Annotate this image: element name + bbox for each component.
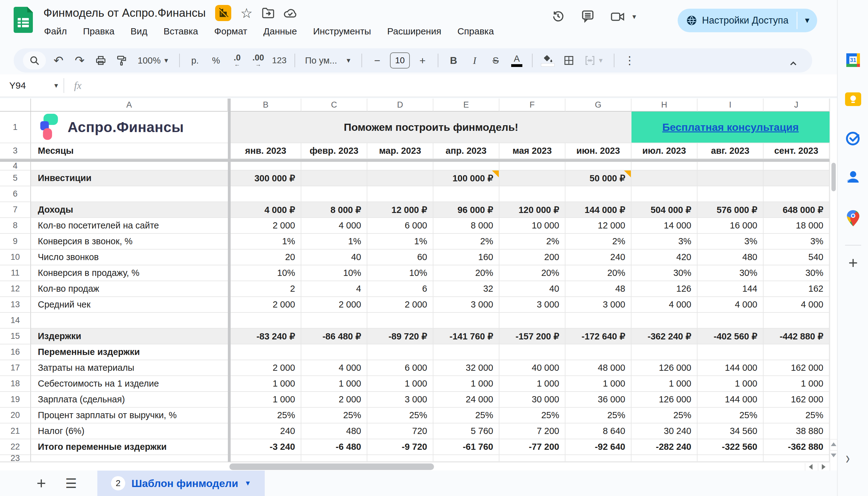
cell[interactable]: 126 000	[632, 360, 698, 376]
cell[interactable]: 2%	[565, 234, 632, 250]
cell[interactable]	[632, 344, 698, 360]
cell[interactable]: 2 000	[367, 297, 433, 313]
cell[interactable]: 96 000 ₽	[433, 202, 499, 218]
cell[interactable]: 2%	[499, 234, 565, 250]
scroll-left-button[interactable]	[805, 463, 816, 470]
cell[interactable]: 162 000	[763, 392, 830, 408]
cell[interactable]: 144	[698, 281, 763, 297]
scroll-up-button[interactable]	[830, 439, 837, 449]
cell[interactable]: 120 000 ₽	[499, 202, 565, 218]
cell[interactable]: 25%	[499, 408, 565, 423]
menu-edit[interactable]: Правка	[83, 26, 114, 36]
cell[interactable]: 1 000	[231, 376, 301, 392]
all-sheets-menu-icon[interactable]: ☰	[65, 476, 77, 491]
format-percent-button[interactable]: %	[208, 51, 224, 69]
cell[interactable]: 10 000	[499, 218, 565, 234]
cell[interactable]: 1 000	[499, 376, 565, 392]
menu-format[interactable]: Формат	[214, 26, 247, 36]
google-maps-icon[interactable]	[844, 210, 862, 227]
cell[interactable]: июн. 2023	[565, 143, 632, 159]
cell[interactable]	[632, 170, 698, 186]
cell[interactable]: 480	[698, 250, 763, 265]
row-header[interactable]: 9	[0, 234, 31, 250]
cell[interactable]: 30%	[632, 265, 698, 281]
cell[interactable]: 162 000	[763, 360, 830, 376]
row-header[interactable]: 5	[0, 170, 31, 186]
cell[interactable]: мар. 2023	[367, 143, 433, 159]
cell[interactable]	[632, 313, 698, 329]
cell[interactable]	[367, 170, 433, 186]
expand-side-panel-icon[interactable]: ›	[846, 448, 850, 468]
row-label-cell[interactable]: Число звонков	[31, 250, 228, 265]
cell[interactable]	[763, 344, 830, 360]
row-label-cell[interactable]: Себестоимость на 1 изделие	[31, 376, 228, 392]
cell[interactable]: 160	[433, 250, 499, 265]
menu-tools[interactable]: Инструменты	[313, 26, 371, 36]
horizontal-scrollbar-thumb[interactable]	[229, 463, 434, 470]
cell[interactable]	[367, 313, 433, 329]
scroll-right-button[interactable]	[818, 463, 829, 470]
cell[interactable]: 10%	[231, 265, 301, 281]
row-header[interactable]: 22	[0, 439, 31, 455]
cell[interactable]: 480	[301, 423, 367, 439]
cell[interactable]: 1%	[231, 234, 301, 250]
row-label-cell[interactable]: Процент зарплаты от выручки, %	[31, 408, 228, 423]
cell[interactable]: 2	[231, 281, 301, 297]
cell[interactable]	[301, 455, 367, 462]
cell[interactable]	[231, 344, 301, 360]
cta-cell[interactable]: Бесплатная консультация	[632, 112, 830, 143]
promo-cell[interactable]: Поможем построить финмодель!	[231, 112, 632, 143]
cell[interactable]: 32	[433, 281, 499, 297]
row-label-cell[interactable]	[31, 162, 228, 170]
cell[interactable]: -362 880	[763, 439, 830, 455]
row-label-cell[interactable]: Конверсия в продажу, %	[31, 265, 228, 281]
cell[interactable]: 36 000	[565, 392, 632, 408]
cell[interactable]: 25%	[698, 408, 763, 423]
cell[interactable]: 2 000	[231, 218, 301, 234]
column-header[interactable]: A	[31, 98, 228, 112]
cell[interactable]	[698, 162, 763, 170]
cell[interactable]	[565, 186, 632, 202]
cell[interactable]	[231, 313, 301, 329]
cell[interactable]: 25%	[632, 408, 698, 423]
google-tasks-icon[interactable]	[844, 129, 862, 147]
cell[interactable]: 50 000 ₽	[565, 170, 632, 186]
cell[interactable]	[367, 186, 433, 202]
column-header[interactable]: I	[698, 98, 763, 112]
cell[interactable]: сент. 2023	[763, 143, 830, 159]
cell[interactable]	[499, 186, 565, 202]
row-header[interactable]: 21	[0, 423, 31, 439]
row-header[interactable]: 15	[0, 329, 31, 344]
move-folder-icon[interactable]	[262, 8, 274, 18]
cell[interactable]	[367, 162, 433, 170]
row-header[interactable]: 16	[0, 344, 31, 360]
cell[interactable]: февр. 2023	[301, 143, 367, 159]
version-history-icon[interactable]	[551, 9, 565, 24]
cell[interactable]: 40 000	[499, 360, 565, 376]
column-header[interactable]: G	[565, 98, 632, 112]
cell[interactable]	[301, 170, 367, 186]
menu-file[interactable]: Файл	[44, 26, 67, 36]
cell[interactable]: 144 000	[698, 360, 763, 376]
cell[interactable]: 38 880	[763, 423, 830, 439]
cell[interactable]: апр. 2023	[433, 143, 499, 159]
cell[interactable]: 40	[301, 250, 367, 265]
cell[interactable]: 648 000 ₽	[763, 202, 830, 218]
cell[interactable]: 3%	[763, 234, 830, 250]
cell[interactable]: 1 000	[763, 376, 830, 392]
tab-caret[interactable]: ▼	[244, 479, 251, 487]
cell[interactable]: 7 200	[499, 423, 565, 439]
cell[interactable]: 14 000	[632, 218, 698, 234]
cell[interactable]	[301, 313, 367, 329]
cell[interactable]: 300 000 ₽	[231, 170, 301, 186]
cell[interactable]: -402 560 ₽	[698, 329, 763, 344]
star-icon[interactable]: ☆	[241, 5, 253, 21]
cell[interactable]: 25%	[433, 408, 499, 423]
cell[interactable]: 48 000	[565, 360, 632, 376]
cell[interactable]	[698, 313, 763, 329]
row-header[interactable]: 10	[0, 250, 31, 265]
cell[interactable]	[301, 344, 367, 360]
borders-button[interactable]	[560, 51, 577, 69]
cell[interactable]: 4 000	[301, 360, 367, 376]
cell[interactable]	[499, 170, 565, 186]
